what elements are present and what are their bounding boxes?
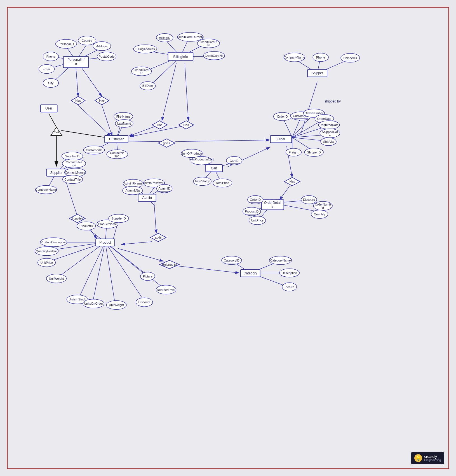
- svg-line-87: [118, 248, 163, 261]
- svg-text:ShippedDat: ShippedDat: [322, 130, 338, 134]
- svg-text:CustomerID: CustomerID: [86, 148, 102, 152]
- svg-line-31: [292, 118, 300, 137]
- svg-line-79: [57, 242, 105, 279]
- svg-text:Supplier: Supplier: [50, 171, 63, 175]
- svg-text:HasProductInCart: HasProductInCart: [189, 158, 214, 161]
- svg-text:Discount: Discount: [303, 198, 315, 201]
- svg-text:AdminPassword: AdminPassword: [143, 181, 165, 185]
- logo-icon: 💡: [414, 454, 422, 462]
- svg-text:QuantityPerUnit: QuantityPerUnit: [36, 249, 57, 253]
- svg-text:SupplierID: SupplierID: [65, 155, 79, 158]
- svg-line-50: [280, 186, 290, 200]
- svg-text:Country: Country: [82, 39, 93, 42]
- svg-text:Supplies: Supplies: [71, 217, 83, 220]
- svg-line-80: [79, 242, 105, 298]
- svg-text:ShipperID: ShipperID: [344, 56, 357, 60]
- svg-text:Belongs to: Belongs to: [162, 263, 177, 266]
- svg-text:AdminID: AdminID: [159, 187, 170, 190]
- svg-text:PersonalID: PersonalID: [58, 42, 74, 46]
- svg-text:OrderID: OrderID: [277, 115, 288, 118]
- svg-text:ReorderLevel: ReorderLevel: [157, 288, 175, 291]
- svg-text:s: s: [272, 205, 274, 209]
- svg-text:Description: Description: [282, 271, 297, 275]
- svg-text:UnitsOnOrder: UnitsOnOrder: [84, 302, 103, 305]
- svg-text:ContactLName: ContactLName: [65, 171, 85, 174]
- svg-line-23: [130, 126, 182, 137]
- svg-text:UnitsInStock: UnitsInStock: [69, 298, 86, 301]
- svg-text:BillDate: BillDate: [142, 84, 153, 87]
- svg-text:CreditCardNo: CreditCardNo: [205, 54, 224, 57]
- svg-text:o: o: [75, 62, 77, 66]
- svg-text:shipped by: shipped by: [325, 99, 341, 103]
- svg-text:Discount: Discount: [138, 300, 150, 304]
- svg-text:AdminLNa: AdminLNa: [125, 189, 140, 192]
- svg-text:CategoryID: CategoryID: [224, 259, 239, 262]
- svg-line-81: [93, 242, 105, 302]
- svg-text:Has: Has: [99, 99, 105, 102]
- svg-line-29: [175, 140, 270, 142]
- svg-text:Email: Email: [43, 67, 50, 71]
- svg-line-10: [81, 68, 102, 97]
- svg-text:me: me: [115, 154, 119, 158]
- svg-text:gives: gives: [163, 141, 170, 145]
- svg-line-20: [162, 63, 177, 121]
- svg-text:BillingInfo: BillingInfo: [173, 55, 188, 59]
- svg-text:ProductID: ProductID: [245, 210, 258, 213]
- svg-text:SupplierID: SupplierID: [111, 217, 126, 220]
- svg-text:Picture: Picture: [285, 285, 294, 289]
- svg-line-85: [105, 242, 147, 276]
- svg-line-83: [105, 242, 144, 300]
- svg-text:Has: Has: [184, 123, 189, 127]
- svg-text:Address: Address: [96, 45, 108, 48]
- svg-text:UnitWeight: UnitWeight: [109, 303, 124, 307]
- svg-text:ShipperID: ShipperID: [307, 151, 321, 154]
- svg-text:RequiredDate: RequiredDate: [319, 123, 339, 127]
- svg-text:PostalCode: PostalCode: [99, 55, 115, 58]
- svg-text:ISA: ISA: [54, 130, 59, 134]
- svg-text:AdminFName: AdminFName: [124, 182, 142, 185]
- svg-text:Has: Has: [157, 123, 163, 127]
- svg-text:UnitPrice: UnitPrice: [251, 219, 264, 222]
- svg-line-21: [185, 63, 188, 121]
- svg-text:ProductID: ProductID: [79, 224, 93, 228]
- svg-line-73: [121, 242, 152, 244]
- svg-text:CartID: CartID: [230, 159, 239, 162]
- svg-text:NumOfProducts: NumOfProducts: [181, 152, 203, 155]
- creately-logo: 💡 creately Diagramming: [411, 452, 444, 464]
- svg-text:me: me: [72, 164, 76, 167]
- svg-line-9: [76, 68, 78, 97]
- logo-text: creately Diagramming: [424, 454, 441, 462]
- svg-text:OrderNumber: OrderNumber: [305, 111, 323, 115]
- svg-text:D: D: [140, 71, 143, 74]
- svg-text:Shipper: Shipper: [312, 71, 323, 75]
- svg-line-72: [154, 202, 156, 233]
- svg-line-88: [177, 266, 239, 273]
- brand-sub: Diagramming: [424, 459, 441, 462]
- svg-line-30: [283, 119, 292, 137]
- svg-text:CompanyName: CompanyName: [36, 188, 57, 191]
- svg-text:adds: adds: [155, 236, 162, 239]
- svg-line-22: [129, 126, 156, 136]
- svg-text:TotalPrice: TotalPrice: [216, 181, 229, 185]
- svg-line-82: [105, 242, 115, 304]
- svg-text:BillingAddress: BillingAddress: [135, 47, 155, 51]
- svg-text:Phone: Phone: [316, 56, 325, 59]
- svg-text:er: er: [321, 206, 324, 209]
- svg-line-39: [300, 81, 317, 135]
- svg-text:CategoryName: CategoryName: [270, 259, 291, 262]
- svg-text:OrderID: OrderID: [250, 198, 261, 201]
- svg-text:LastName: LastName: [117, 122, 131, 125]
- svg-text:BillingID: BillingID: [159, 36, 170, 39]
- svg-text:UnitWeight: UnitWeight: [49, 277, 64, 280]
- svg-text:Order: Order: [277, 137, 285, 141]
- svg-text:UnitPrice: UnitPrice: [40, 261, 53, 264]
- svg-line-33: [292, 121, 321, 137]
- svg-text:User: User: [45, 106, 52, 110]
- svg-text:Phone: Phone: [46, 55, 55, 58]
- svg-text:ContactTitle: ContactTitle: [64, 178, 81, 181]
- svg-line-64: [49, 114, 57, 127]
- svg-text:CreditCardEXPdate: CreditCardEXPdate: [177, 35, 204, 39]
- brand-name: creately: [424, 454, 441, 459]
- svg-text:OrderDetail: OrderDetail: [264, 201, 281, 205]
- svg-line-11: [78, 105, 111, 136]
